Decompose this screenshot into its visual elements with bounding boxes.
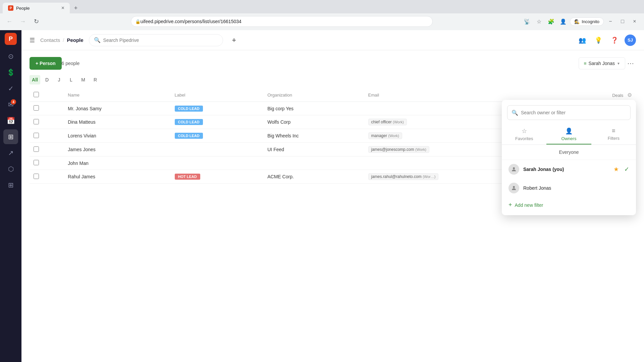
browser-close-button[interactable]: ×: [629, 16, 640, 27]
owner-filter-label: Sarah Jonas: [588, 61, 615, 66]
people-count: 6 people: [62, 61, 80, 66]
tab-close-icon[interactable]: ×: [61, 5, 64, 11]
col-name: Name: [64, 88, 170, 102]
apps-icon: ⊞: [8, 181, 14, 189]
browser-maximize-button[interactable]: □: [617, 16, 628, 27]
sidebar-item-products[interactable]: ⬡: [3, 162, 18, 176]
sarah-star-icon[interactable]: ★: [613, 166, 619, 173]
app-container: P ⊙ 💲 ✓ ✉ 4 📅 ⊞ ↗ ⬡ ⊞ ☰ Contacts / Peopl…: [0, 30, 644, 362]
svg-point-1: [513, 186, 515, 188]
organization-cell: UI Feed: [263, 143, 364, 157]
back-button[interactable]: ←: [4, 16, 15, 27]
owner-item-sarah[interactable]: Sarah Jonas (you) ★ ✓: [502, 160, 636, 179]
browser-chrome: P People × + ← → ↻ 🔒 uifeed.pipedrive.co…: [0, 0, 644, 30]
person-name[interactable]: Dina Matteus: [64, 115, 170, 129]
person-name[interactable]: Rahul James: [64, 170, 170, 184]
topbar: ☰ Contacts / People 🔍 + 👥 💡 ❓ SJ: [21, 30, 644, 50]
add-filter-row[interactable]: + Add new filter: [502, 197, 636, 213]
everyone-option[interactable]: Everyone: [502, 145, 636, 160]
new-tab-button[interactable]: +: [71, 3, 80, 13]
sidebar-logo[interactable]: P: [5, 33, 17, 45]
browser-minimize-button[interactable]: −: [605, 16, 616, 27]
favorites-icon: ☆: [522, 127, 527, 135]
sidebar-item-home[interactable]: ⊙: [3, 49, 18, 64]
person-name[interactable]: Mr. Jonas Samy: [64, 102, 170, 115]
topbar-actions: 👥 💡 ❓ SJ: [576, 34, 636, 46]
favorites-label: Favorites: [515, 136, 533, 141]
tab-favorites[interactable]: ☆ Favorites: [502, 124, 546, 144]
alpha-d[interactable]: D: [42, 75, 52, 84]
search-filter-input[interactable]: [521, 110, 626, 115]
owners-label: Owners: [561, 136, 577, 141]
alphabet-filter: All D J L M R: [30, 75, 636, 84]
row-checkbox[interactable]: [34, 160, 39, 165]
tasks-icon: ✓: [8, 84, 14, 93]
add-person-button[interactable]: + Person: [30, 57, 62, 70]
label-badge: COLD LEAD: [175, 133, 203, 139]
filter-icon: ≡: [584, 61, 586, 66]
cast-icon[interactable]: 📡: [522, 16, 532, 27]
products-icon: ⬡: [8, 165, 14, 173]
sidebar-item-calendar[interactable]: 📅: [3, 113, 18, 128]
organization-cell: Wolfs Corp: [263, 115, 364, 129]
insights-icon: ↗: [8, 149, 14, 157]
sidebar-item-email[interactable]: ✉ 4: [3, 97, 18, 112]
svg-point-0: [513, 167, 515, 169]
sidebar-item-deals[interactable]: 💲: [3, 65, 18, 80]
tab-owners[interactable]: 👤 Owners: [546, 124, 591, 144]
add-button[interactable]: +: [228, 35, 240, 46]
search-filter-input-container[interactable]: 🔍: [507, 105, 631, 120]
alpha-l[interactable]: L: [66, 75, 76, 84]
tab-title: People: [16, 6, 30, 11]
sidebar-item-apps[interactable]: ⊞: [3, 178, 18, 192]
row-checkbox[interactable]: [34, 146, 39, 152]
help-icon[interactable]: ❓: [608, 34, 621, 46]
breadcrumb-parent[interactable]: Contacts: [40, 37, 60, 43]
filters-label: Filters: [608, 136, 620, 141]
owners-icon: 👤: [565, 127, 573, 135]
bookmark-icon[interactable]: ☆: [534, 16, 544, 27]
sidebar-item-tasks[interactable]: ✓: [3, 81, 18, 96]
row-checkbox[interactable]: [34, 174, 39, 179]
alpha-m[interactable]: M: [78, 75, 89, 84]
contacts-icon-topbar[interactable]: 👥: [576, 34, 588, 46]
profile-icon[interactable]: 👤: [558, 16, 569, 27]
settings-icon[interactable]: ⚙: [627, 92, 632, 98]
user-avatar[interactable]: SJ: [625, 35, 636, 46]
owner-avatar-robert: [508, 183, 519, 193]
tab-bar: P People × +: [0, 0, 644, 13]
alpha-all[interactable]: All: [30, 75, 40, 84]
owner-filter-button[interactable]: ≡ Sarah Jonas ▼: [579, 57, 625, 69]
row-checkbox[interactable]: [34, 133, 39, 138]
search-icon: 🔍: [94, 37, 101, 43]
forward-button[interactable]: →: [17, 16, 28, 27]
browser-toolbar: ← → ↻ 🔒 uifeed.pipedrive.com/persons/lis…: [0, 13, 644, 29]
alpha-j[interactable]: J: [54, 75, 64, 84]
contacts-icon: ⊞: [8, 133, 14, 141]
alpha-r[interactable]: R: [90, 75, 101, 84]
person-name[interactable]: James Jones: [64, 143, 170, 157]
more-options-button[interactable]: ⋯: [625, 58, 636, 69]
search-box[interactable]: 🔍: [89, 34, 223, 46]
row-checkbox[interactable]: [34, 105, 39, 111]
row-checkbox[interactable]: [34, 119, 39, 124]
sidebar-item-insights[interactable]: ↗: [3, 145, 18, 160]
search-input[interactable]: [103, 38, 218, 43]
address-bar[interactable]: 🔒 uifeed.pipedrive.com/persons/list/user…: [131, 16, 433, 27]
extensions-icon[interactable]: 🧩: [546, 16, 556, 27]
browser-tab[interactable]: P People ×: [3, 3, 70, 13]
sidebar-toggle-button[interactable]: ☰: [30, 37, 35, 44]
dropdown-tab-row: ☆ Favorites 👤 Owners ≡ Filters: [502, 124, 636, 145]
incognito-button[interactable]: 🕵 Incognito: [570, 17, 604, 26]
refresh-button[interactable]: ↻: [31, 16, 42, 27]
sidebar-item-contacts[interactable]: ⊞: [3, 129, 18, 144]
person-name[interactable]: Lorens Vivian: [64, 129, 170, 143]
chevron-down-icon: ▼: [617, 62, 620, 65]
tab-filters[interactable]: ≡ Filters: [591, 124, 636, 144]
select-all-checkbox[interactable]: [34, 92, 39, 97]
organization-cell: [263, 157, 364, 170]
lightbulb-icon[interactable]: 💡: [592, 34, 604, 46]
label-badge: HOT LEAD: [175, 174, 200, 180]
owner-item-robert[interactable]: Robert Jonas: [502, 179, 636, 197]
person-name[interactable]: John Man: [64, 157, 170, 170]
